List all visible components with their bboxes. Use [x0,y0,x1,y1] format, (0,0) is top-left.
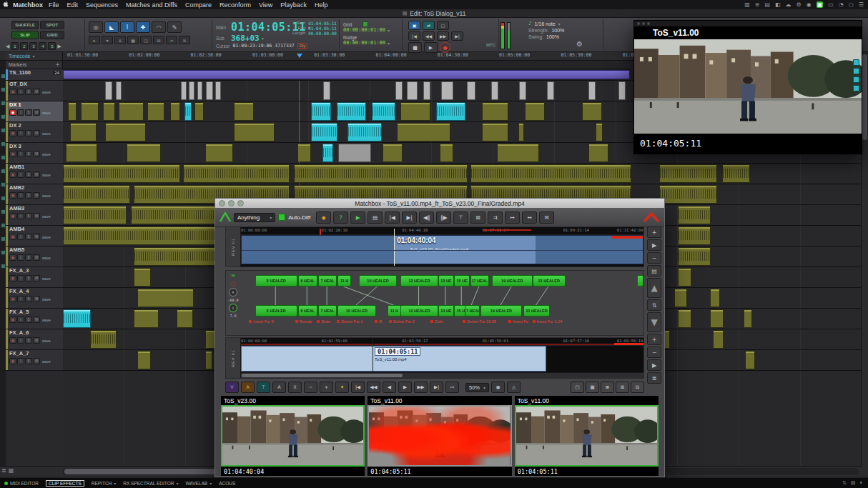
audio-clip[interactable] [170,102,181,121]
audio-clip[interactable] [722,164,750,183]
window-dot-icon[interactable] [647,22,650,25]
match-list-button[interactable]: ▤ [368,211,383,224]
audio-clip[interactable] [397,123,450,141]
track-s-button[interactable]: S [25,234,32,240]
go-to-end-button[interactable]: ▶| [451,31,463,41]
healed-block[interactable] [637,275,643,287]
next-cut-button[interactable]: ▶▶ [414,382,428,393]
audio-clip[interactable] [582,102,602,121]
track-m-button[interactable]: M [33,89,40,95]
audio-clip[interactable] [713,330,724,349]
matchbox-titlebar[interactable]: Matchbox - ToS_v11.00.mp4_fr_ToS_v23.00_… [215,199,664,208]
diff-marker[interactable]: Insert For 9 [249,319,273,324]
mode-grid-button[interactable]: GRID [40,31,64,39]
nudge-value[interactable]: 00:00:00:01:00 [343,40,385,46]
audio-clip[interactable] [311,123,337,141]
video-window-titlebar[interactable] [634,21,862,26]
toolbar-mini-button-7[interactable]: ▱ [166,36,177,44]
list-bottom-button[interactable]: ≣ [647,372,661,384]
audio-clip[interactable] [618,81,626,100]
loop-toggle-button[interactable]: ▢ [437,21,449,30]
horizontal-scrollbar-thumb[interactable] [64,469,229,474]
healed-block-7-heal[interactable]: 7 HEAL [318,275,337,287]
track-s-button[interactable]: S [25,358,32,364]
wifi-icon[interactable]: ◔ [839,1,844,8]
track-s-button[interactable]: S [25,296,32,302]
list-top-button[interactable]: ▤ [647,265,661,277]
statusbar-rx-spectral-editor[interactable]: RX SPECTRAL EDITOR▾ [123,481,178,486]
trim-tool-button[interactable]: ◣ [104,21,119,33]
target-scrollbar-thumb[interactable] [242,374,403,377]
menu-edit[interactable]: Edit [67,1,79,9]
reference-rev-box[interactable]: REV 01 [226,227,241,267]
mode-shuffle-button[interactable]: SHUFFLE [11,21,39,29]
healed-block-7-heal[interactable]: 7 HEAL [318,305,337,317]
end-value[interactable]: 01:04:05:11 [308,26,337,31]
track-i-button[interactable]: I [17,234,24,240]
track-s-button[interactable]: S [25,317,32,323]
track-s-button[interactable]: S [25,254,32,261]
audio-clip[interactable] [147,102,164,121]
mode-slip-button[interactable]: SLIP [11,31,39,39]
audio-clip[interactable] [134,268,150,287]
vertical-scrollbar-thumb[interactable] [862,54,867,140]
next-match-button[interactable]: ▶| [402,211,417,224]
settings-icon[interactable]: ⚙ [797,1,802,8]
track-m-button[interactable]: M [33,296,40,302]
grid-widget-icon[interactable]: ▦ [9,467,14,474]
track-name-amb1[interactable]: AMB1●ISMwave [6,164,63,184]
audio-clip[interactable] [659,185,716,204]
view-tiles-button[interactable]: ⊞ [616,382,629,393]
app-menu[interactable]: Matchbox [13,1,43,9]
window-dot-icon[interactable] [642,22,645,25]
audio-clip[interactable] [63,70,630,79]
healed-block-2-healed[interactable]: 2 HEALED [255,275,297,287]
apple-menu[interactable] [0,0,11,9]
audio-clip[interactable] [205,351,212,369]
prev-diff-button[interactable]: ◀‖ [419,211,434,224]
reference-clip[interactable]: 01:04:40:04 ToS_v23.00_FinalGraded.mp4 [241,235,643,264]
go-start-button[interactable]: |◀ [351,382,365,393]
diff-marker[interactable]: Insert For 1:04 [533,319,563,324]
cloud-icon[interactable]: ☁ [786,1,791,8]
zoom-out-button[interactable]: − [304,382,317,393]
length-value[interactable]: 00:00:00:00 [308,31,337,36]
audio-clip[interactable] [436,102,465,121]
playhead-marker[interactable] [297,54,302,58]
audio-clip[interactable] [710,309,724,328]
track-lane-amb1[interactable] [63,164,862,184]
target-timeline[interactable]: 01:00:00:0001:01:59:0801:03:58:1701:05:5… [241,338,643,378]
audio-clip[interactable] [105,81,112,100]
audio-clip[interactable] [103,102,115,121]
statusbar-acous[interactable]: ACOUS [219,481,235,486]
audio-clip[interactable] [440,144,453,162]
diff-marker[interactable]: Reorde [295,319,312,324]
audio-clip[interactable] [205,144,233,162]
audio-clip[interactable] [63,185,130,204]
menu-reconform[interactable]: Reconform [220,1,251,9]
spot-diamond-button[interactable]: ◆ [316,211,331,224]
sub-counter-dropdown-icon[interactable]: ▾ [262,36,264,41]
track-m-button[interactable]: M [33,192,40,199]
audio-layer-button[interactable]: A [241,382,255,393]
add-bottom-button[interactable]: + [647,334,661,345]
play-button[interactable]: ▶ [424,42,438,53]
zoom-preset-5-button[interactable]: 5 [48,42,56,50]
audio-clip[interactable] [423,81,430,100]
track-m-button[interactable]: M [33,337,40,344]
healed-block-10-healed[interactable]: 10 HEALED [337,305,375,317]
chevron-down-icon[interactable]: ▾ [859,480,862,486]
video-frame[interactable] [634,39,862,134]
healed-block-6-heal[interactable]: 6 HEAL [298,275,317,287]
statusbar-midi-editor[interactable]: MIDI EDITOR [4,481,39,486]
view-list-button[interactable]: ≣ [601,382,614,393]
diff-marker[interactable]: Delete For 1 [337,319,363,324]
audio-clip[interactable] [134,309,159,328]
anchor-button[interactable]: ⊤ [453,211,468,224]
audio-clip[interactable] [194,102,203,121]
audio-clip[interactable] [63,309,91,328]
audio-clip[interactable] [596,123,603,141]
zoom-preset-3-button[interactable]: 3 [29,42,37,50]
audio-clip[interactable] [470,164,632,183]
record-enable-button[interactable]: ● [9,171,16,178]
